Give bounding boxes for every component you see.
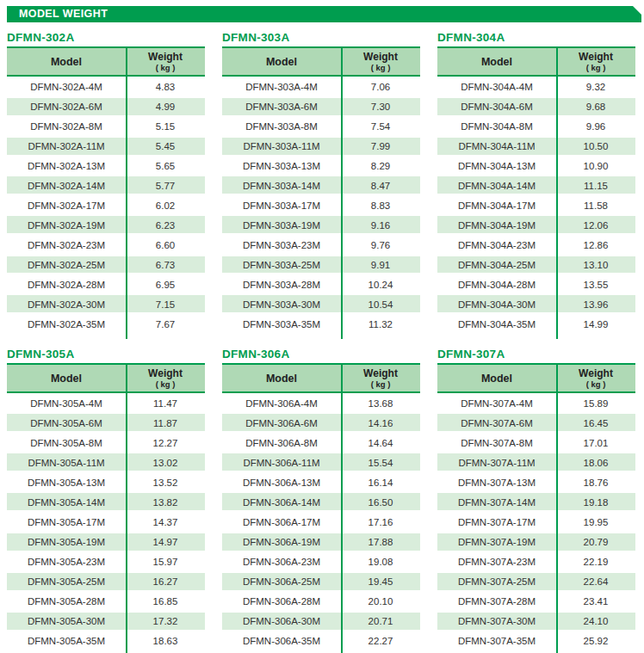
model-cell: DFMN-307A-23M xyxy=(437,557,556,567)
table-row: DFMN-304A-17M 11.58 xyxy=(437,195,635,215)
table-row: DFMN-307A-11M 18.06 xyxy=(437,453,635,472)
table-row: DFMN-304A-6M 9.68 xyxy=(437,96,635,116)
weight-cell: 20.10 xyxy=(341,596,420,607)
table-row: DFMN-302A-14M 5.77 xyxy=(7,176,205,195)
model-cell: DFMN-307A-25M xyxy=(437,576,556,587)
model-cell: DFMN-306A-35M xyxy=(222,636,341,646)
table-row: DFMN-303A-17M 8.83 xyxy=(222,195,420,215)
model-cell: DFMN-304A-14M xyxy=(437,181,556,191)
model-cell: DFMN-307A-35M xyxy=(437,636,556,646)
weight-header-unit: ( kg ) xyxy=(371,379,391,389)
table-row: DFMN-307A-23M 22.19 xyxy=(437,551,635,571)
table-title: DFMN-306A xyxy=(222,348,420,360)
table-row: DFMN-303A-30M 10.54 xyxy=(222,294,420,314)
model-cell: DFMN-305A-25M xyxy=(7,576,126,587)
table-row: DFMN-306A-6M 14.16 xyxy=(222,413,420,433)
table-title: DFMN-302A xyxy=(7,31,205,44)
weight-cell: 24.10 xyxy=(556,616,635,626)
table-body: DFMN-305A-4M 11.47 DFMN-305A-6M 11.87 DF… xyxy=(7,393,205,650)
weight-cell: 16.45 xyxy=(556,418,635,428)
model-cell: DFMN-305A-8M xyxy=(7,438,126,448)
model-cell: DFMN-307A-14M xyxy=(437,497,556,508)
model-column-header: Model xyxy=(7,365,126,391)
weight-cell: 6.60 xyxy=(126,240,205,250)
weight-cell: 5.65 xyxy=(126,161,205,171)
weight-cell: 13.68 xyxy=(341,398,420,409)
weight-cell: 7.67 xyxy=(126,319,205,330)
model-cell: DFMN-302A-30M xyxy=(7,299,126,310)
weight-cell: 8.47 xyxy=(341,181,420,191)
table-header-row: Model Weight ( kg ) xyxy=(7,365,205,393)
model-cell: DFMN-302A-35M xyxy=(7,319,126,330)
model-cell: DFMN-302A-13M xyxy=(7,161,126,171)
model-cell: DFMN-302A-4M xyxy=(7,82,126,92)
model-column-header: Model xyxy=(437,365,556,391)
weight-cell: 12.27 xyxy=(126,438,205,448)
weight-cell: 9.96 xyxy=(556,121,635,132)
table-row: DFMN-305A-35M 18.63 xyxy=(7,631,205,650)
table-row: DFMN-307A-17M 19.95 xyxy=(437,512,635,532)
model-cell: DFMN-304A-30M xyxy=(437,299,556,310)
model-cell: DFMN-302A-19M xyxy=(7,220,126,231)
table-row: DFMN-307A-30M 24.10 xyxy=(437,611,635,631)
table-row: DFMN-303A-23M 9.76 xyxy=(222,235,420,255)
weight-table: Model Weight ( kg ) DFMN-307A-4M 15.89 D… xyxy=(437,363,635,650)
model-cell: DFMN-305A-23M xyxy=(7,557,126,567)
model-cell: DFMN-307A-19M xyxy=(437,537,556,547)
weight-cell: 9.16 xyxy=(341,220,420,231)
table-row: DFMN-305A-28M 16.85 xyxy=(7,591,205,611)
table-row: DFMN-307A-13M 18.76 xyxy=(437,472,635,492)
table-row: DFMN-306A-17M 17.16 xyxy=(222,512,420,532)
weight-table-dfmn-306a: DFMN-306A Model Weight ( kg ) DFMN-306A-… xyxy=(222,348,420,650)
weight-cell: 12.86 xyxy=(556,240,635,250)
table-header-row: Model Weight ( kg ) xyxy=(222,48,420,77)
table-row: DFMN-306A-30M 20.71 xyxy=(222,611,420,631)
model-cell: DFMN-303A-8M xyxy=(222,121,341,132)
weight-table-dfmn-302a: DFMN-302A Model Weight ( kg ) DFMN-302A-… xyxy=(7,31,205,334)
model-cell: DFMN-306A-8M xyxy=(222,438,341,448)
model-cell: DFMN-306A-30M xyxy=(222,616,341,626)
table-row: DFMN-306A-8M 14.64 xyxy=(222,433,420,453)
model-cell: DFMN-304A-17M xyxy=(437,200,556,211)
weight-cell: 11.15 xyxy=(556,181,635,191)
table-row: DFMN-307A-28M 23.41 xyxy=(437,591,635,611)
table-row: DFMN-305A-6M 11.87 xyxy=(7,413,205,433)
table-row: DFMN-306A-28M 20.10 xyxy=(222,591,420,611)
table-row: DFMN-307A-25M 22.64 xyxy=(437,571,635,591)
model-cell: DFMN-304A-13M xyxy=(437,161,556,171)
table-body: DFMN-302A-4M 4.83 DFMN-302A-6M 4.99 DFMN… xyxy=(7,77,205,334)
weight-cell: 15.97 xyxy=(126,557,205,567)
weight-cell: 14.97 xyxy=(126,537,205,547)
model-cell: DFMN-303A-19M xyxy=(222,220,341,231)
table-row: DFMN-302A-13M 5.65 xyxy=(7,156,205,176)
weight-cell: 13.10 xyxy=(556,260,635,270)
model-cell: DFMN-304A-8M xyxy=(437,121,556,132)
model-cell: DFMN-305A-4M xyxy=(7,398,126,409)
weight-column-header: Weight ( kg ) xyxy=(556,365,635,391)
table-row: DFMN-306A-23M 19.08 xyxy=(222,551,420,571)
table-row: DFMN-303A-28M 10.24 xyxy=(222,274,420,294)
weight-cell: 13.96 xyxy=(556,299,635,310)
weight-cell: 16.27 xyxy=(126,576,205,587)
weight-cell: 7.15 xyxy=(126,299,205,310)
table-title: DFMN-304A xyxy=(437,31,635,44)
weight-cell: 11.47 xyxy=(126,398,205,409)
weight-cell: 18.06 xyxy=(556,458,635,468)
weight-cell: 5.77 xyxy=(126,181,205,191)
model-weight-page: MODEL WEIGHT DFMN-302A Model Weight ( kg… xyxy=(0,0,644,653)
table-body: DFMN-304A-4M 9.32 DFMN-304A-6M 9.68 DFMN… xyxy=(437,77,635,334)
weight-table: Model Weight ( kg ) DFMN-305A-4M 11.47 D… xyxy=(7,363,205,650)
table-row: DFMN-307A-35M 25.92 xyxy=(437,631,635,650)
table-row: DFMN-305A-11M 13.02 xyxy=(7,453,205,472)
model-cell: DFMN-305A-14M xyxy=(7,497,126,508)
model-cell: DFMN-306A-6M xyxy=(222,418,341,428)
weight-header-label: Weight xyxy=(363,368,398,379)
model-cell: DFMN-305A-35M xyxy=(7,636,126,646)
weight-cell: 11.32 xyxy=(341,319,420,330)
table-row: DFMN-305A-8M 12.27 xyxy=(7,433,205,453)
model-cell: DFMN-302A-11M xyxy=(7,141,126,151)
weight-header-unit: ( kg ) xyxy=(586,379,606,389)
table-row: DFMN-305A-25M 16.27 xyxy=(7,571,205,591)
weight-cell: 17.88 xyxy=(341,537,420,547)
weight-cell: 22.27 xyxy=(341,636,420,646)
